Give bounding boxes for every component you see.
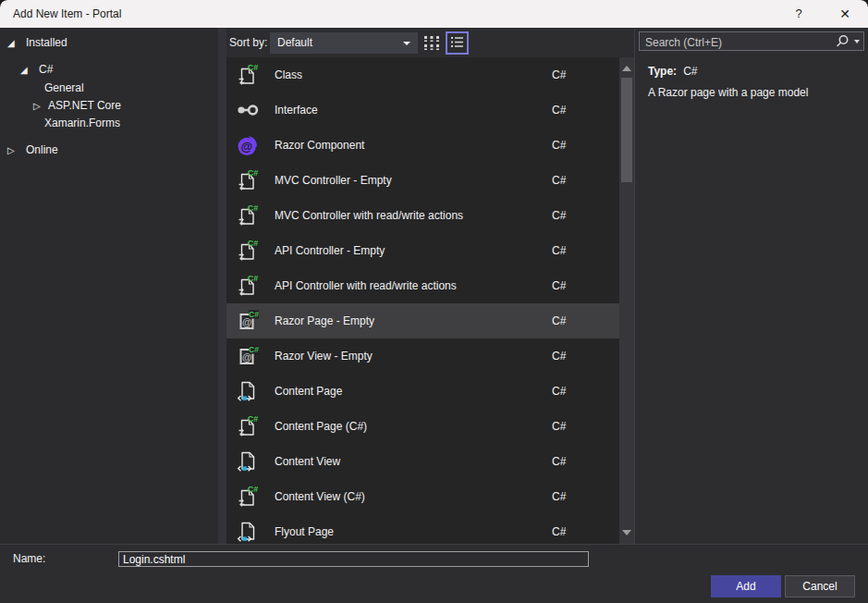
template-item-razor-component[interactable]: @Razor ComponentC#: [226, 128, 619, 163]
tree-collapsed-icon[interactable]: ▷: [33, 97, 41, 115]
sidebar-item-c[interactable]: ◢C#: [0, 61, 218, 79]
sidebar-item-label: Installed: [26, 34, 67, 52]
details-panel: Type:C# A Razor page with a page model: [634, 28, 868, 544]
scroll-up-icon[interactable]: [622, 66, 631, 71]
template-language: C#: [552, 57, 566, 92]
template-language: C#: [552, 92, 566, 128]
medium-icons-view-button[interactable]: [421, 32, 443, 55]
template-item-razor-view-empty[interactable]: @C#Razor View - EmptyC#: [226, 338, 619, 374]
svg-text:C#: C#: [248, 274, 259, 283]
template-language: C#: [552, 233, 566, 268]
search-box[interactable]: [639, 31, 864, 51]
razor-page-icon: @C#: [235, 343, 261, 369]
sidebar-item-installed[interactable]: ◢Installed: [0, 34, 218, 52]
search-menu-arrow-icon[interactable]: [854, 40, 860, 43]
template-name: Class: [275, 57, 302, 92]
sidebar-item-label: General: [44, 80, 84, 97]
csharp-file-icon: C#: [235, 62, 261, 88]
svg-text:C#: C#: [249, 310, 259, 319]
interface-icon: [235, 97, 261, 123]
name-label: Name:: [13, 545, 45, 573]
template-name: Interface: [275, 92, 318, 128]
template-language: C#: [552, 163, 566, 198]
template-item-api-controller-with-read-write-actions[interactable]: C#API Controller with read/write actions…: [226, 268, 619, 303]
grid-view-icon: [422, 33, 441, 55]
template-name: API Controller with read/write actions: [275, 268, 457, 303]
search-input[interactable]: [643, 33, 818, 51]
razor-page-icon: @C#: [235, 308, 261, 334]
tree-expanded-icon[interactable]: ◢: [7, 34, 15, 52]
template-item-razor-page-empty[interactable]: @C#Razor Page - EmptyC#: [226, 303, 619, 338]
template-name: Content Page: [275, 374, 342, 409]
scroll-down-icon[interactable]: [622, 530, 631, 535]
template-language: C#: [552, 374, 566, 409]
template-item-flyout-page[interactable]: Flyout PageC#: [226, 514, 619, 544]
category-tree: ◢Installed◢C#General▷ASP.NET CoreXamarin…: [0, 28, 218, 544]
template-item-mvc-controller-empty[interactable]: C#MVC Controller - EmptyC#: [226, 163, 619, 198]
cancel-button[interactable]: Cancel: [785, 575, 855, 597]
csharp-file-icon: C#: [235, 203, 261, 228]
template-language: C#: [552, 514, 566, 544]
add-button[interactable]: Add: [711, 575, 781, 597]
template-item-content-view[interactable]: Content ViewC#: [226, 444, 619, 479]
template-description: A Razor page with a page model: [648, 86, 808, 99]
csharp-file-icon: C#: [235, 238, 261, 264]
sidebar-item-asp-net-core[interactable]: ▷ASP.NET Core: [0, 97, 218, 115]
sort-dropdown-value: Default: [277, 36, 312, 49]
sidebar-item-label: Xamarin.Forms: [44, 115, 120, 132]
help-button[interactable]: ?: [777, 0, 820, 28]
template-item-mvc-controller-with-read-write-actions[interactable]: C#MVC Controller with read/write actions…: [226, 198, 619, 233]
csharp-file-icon: C#: [235, 273, 261, 299]
sidebar-item-general[interactable]: General: [0, 80, 218, 97]
svg-text:C#: C#: [248, 168, 259, 178]
template-item-content-view-c[interactable]: C#Content View (C#)C#: [226, 479, 619, 514]
template-item-content-page[interactable]: Content PageC#: [226, 374, 619, 409]
template-name: Razor Component: [275, 128, 364, 163]
search-icon[interactable]: [834, 33, 850, 50]
template-name: MVC Controller with read/write actions: [275, 198, 463, 233]
sort-by-label: Sort by:: [229, 28, 267, 57]
template-name: Content Page (C#): [275, 409, 367, 444]
add-new-item-dialog: Add New Item - Portal ? ✕ ◢Installed◢C#G…: [0, 0, 868, 603]
csharp-file-icon: C#: [235, 413, 261, 439]
xaml-page-icon: [235, 378, 261, 404]
csharp-file-icon: C#: [235, 167, 261, 193]
template-language: C#: [552, 303, 566, 338]
template-name: API Controller - Empty: [275, 233, 385, 268]
template-item-interface[interactable]: InterfaceC#: [226, 92, 619, 128]
template-name: MVC Controller - Empty: [275, 163, 392, 198]
titlebar: Add New Item - Portal ? ✕: [0, 0, 868, 28]
svg-text:C#: C#: [248, 239, 259, 248]
close-button[interactable]: ✕: [824, 0, 866, 28]
list-view-icon: [449, 34, 465, 53]
name-input[interactable]: [118, 551, 589, 567]
tree-splitter[interactable]: [218, 28, 226, 544]
template-name: Content View: [275, 444, 340, 479]
sort-dropdown[interactable]: Default: [270, 32, 418, 54]
template-language: C#: [552, 338, 566, 374]
name-row: Name:: [0, 544, 868, 573]
list-view-button[interactable]: [446, 31, 469, 55]
sidebar-item-online[interactable]: ▷Online: [0, 142, 218, 159]
template-item-content-page-c[interactable]: C#Content Page (C#)C#: [226, 409, 619, 444]
template-language: C#: [552, 444, 566, 479]
csharp-file-icon: C#: [235, 484, 261, 510]
template-item-api-controller-empty[interactable]: C#API Controller - EmptyC#: [226, 233, 619, 268]
razor-component-icon: @: [235, 132, 261, 158]
scrollbar-thumb[interactable]: [621, 78, 632, 182]
template-list: C#ClassC#InterfaceC#@Razor ComponentC#C#…: [226, 57, 619, 544]
list-scrollbar[interactable]: [619, 57, 635, 544]
tree-collapsed-icon[interactable]: ▷: [7, 142, 15, 159]
template-item-class[interactable]: C#ClassC#: [226, 57, 619, 92]
svg-text:@: @: [240, 140, 252, 154]
template-language: C#: [552, 198, 566, 233]
svg-text:C#: C#: [248, 203, 259, 213]
type-label: Type:: [648, 65, 677, 78]
template-language: C#: [552, 268, 566, 303]
sidebar-item-xamarin-forms[interactable]: Xamarin.Forms: [0, 115, 218, 132]
tree-expanded-icon[interactable]: ◢: [20, 61, 28, 79]
type-row: Type:C#: [648, 65, 697, 78]
svg-text:C#: C#: [248, 485, 259, 494]
sidebar-item-label: Online: [26, 142, 58, 159]
chevron-down-icon: [403, 42, 410, 45]
